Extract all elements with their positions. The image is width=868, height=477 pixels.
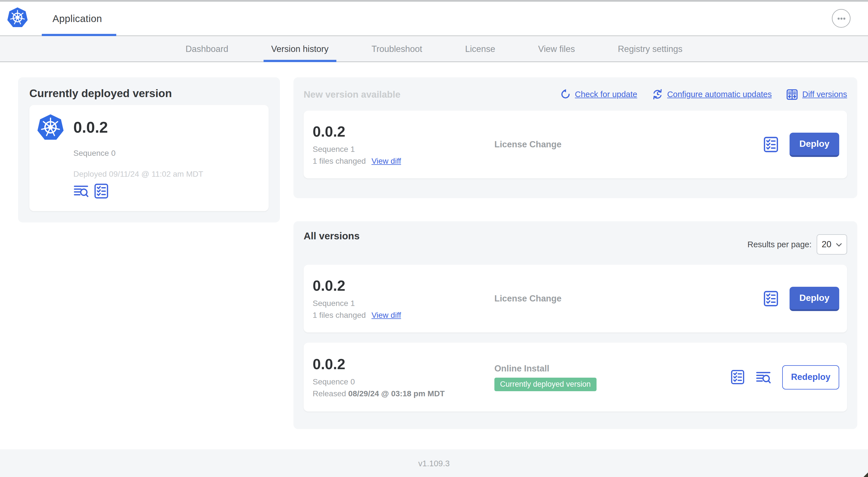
version-row: 0.0.2 Sequence 0 Released 08/29/24 @ 03:… — [304, 342, 847, 412]
new-version-panel: New version available Check for update — [293, 77, 857, 198]
app-header: Application — [0, 2, 868, 36]
more-options-button[interactable] — [832, 9, 850, 28]
deployed-timestamp: Deployed 09/11/24 @ 11:02 am MDT — [73, 169, 203, 178]
version-number: 0.0.2 — [313, 124, 494, 139]
tab-registry-settings[interactable]: Registry settings — [610, 37, 690, 62]
all-versions-panel: All versions Results per page: 20 0.0.2 … — [293, 221, 857, 429]
released-timestamp: 08/29/24 @ 03:18 pm MDT — [348, 389, 445, 398]
preflight-checklist-icon[interactable] — [731, 370, 744, 384]
ellipsis-icon — [835, 12, 847, 25]
all-versions-title: All versions — [304, 230, 360, 242]
version-number: 0.0.2 — [313, 278, 494, 293]
change-type-label: License Change — [494, 140, 764, 150]
install-type-label: Online Install — [494, 363, 731, 374]
released-label: Released — [313, 389, 346, 398]
new-version-title: New version available — [304, 89, 400, 100]
tab-troubleshoot[interactable]: Troubleshoot — [364, 37, 430, 62]
files-changed-label: 1 files changed — [313, 156, 366, 165]
cursor-artifact — [864, 473, 868, 477]
sequence-label: Sequence 1 — [313, 298, 494, 307]
change-type-label: License Change — [494, 294, 764, 304]
deployed-sequence-label: Sequence 0 — [73, 148, 116, 157]
app-footer: v1.109.3 — [0, 449, 868, 477]
app-title-tab[interactable]: Application — [53, 2, 102, 35]
version-history-page: Application Dashboard Version history Tr… — [0, 0, 868, 477]
view-logs-icon[interactable] — [756, 370, 771, 384]
sequence-label: Sequence 0 — [313, 377, 494, 386]
currently-deployed-panel: Currently deployed version — [18, 77, 280, 222]
currently-deployed-badge: Currently deployed version — [494, 377, 596, 391]
refresh-icon — [560, 89, 571, 100]
kubernetes-app-icon — [37, 114, 64, 141]
new-version-card: 0.0.2 Sequence 1 1 files changed View di… — [304, 111, 847, 178]
view-diff-link[interactable]: View diff — [371, 156, 401, 165]
tab-dashboard[interactable]: Dashboard — [178, 37, 236, 62]
currently-deployed-title: Currently deployed version — [29, 87, 172, 100]
preflight-checklist-icon[interactable] — [764, 291, 778, 306]
results-per-page-label: Results per page: — [747, 240, 812, 249]
deploy-button[interactable]: Deploy — [789, 287, 839, 311]
diff-versions-link[interactable]: Diff versions — [786, 88, 847, 100]
tab-view-files[interactable]: View files — [530, 37, 583, 62]
window-top-border — [0, 0, 868, 2]
sequence-label: Sequence 1 — [313, 144, 494, 153]
preflight-checklist-icon[interactable] — [94, 183, 108, 199]
configure-automatic-updates-link[interactable]: Configure automatic updates — [652, 89, 772, 100]
check-for-update-link[interactable]: Check for update — [560, 89, 637, 100]
view-diff-link[interactable]: View diff — [371, 310, 401, 319]
console-version-label: v1.109.3 — [418, 459, 450, 468]
deploy-button[interactable]: Deploy — [789, 132, 839, 157]
redeploy-button[interactable]: Redeploy — [782, 365, 839, 389]
files-changed-label: 1 files changed — [313, 310, 366, 319]
results-per-page-select[interactable]: 20 — [817, 234, 847, 255]
diff-columns-icon — [786, 88, 798, 100]
kubernetes-logo — [7, 7, 28, 28]
currently-deployed-card: 0.0.2 Sequence 0 Deployed 09/11/24 @ 11:… — [29, 105, 269, 211]
preflight-checklist-icon[interactable] — [764, 137, 778, 152]
deployed-version-number: 0.0.2 — [73, 118, 108, 136]
view-logs-icon[interactable] — [73, 184, 89, 198]
tab-version-history[interactable]: Version history — [263, 37, 336, 62]
version-number: 0.0.2 — [313, 356, 494, 371]
version-row: 0.0.2 Sequence 1 1 files changed View di… — [304, 265, 847, 332]
app-tabbar: Dashboard Version history Troubleshoot L… — [0, 37, 868, 62]
tab-license[interactable]: License — [457, 37, 503, 62]
chevron-down-icon — [836, 242, 842, 246]
app-title-active-underline — [42, 34, 116, 36]
sync-clock-icon — [652, 89, 663, 100]
